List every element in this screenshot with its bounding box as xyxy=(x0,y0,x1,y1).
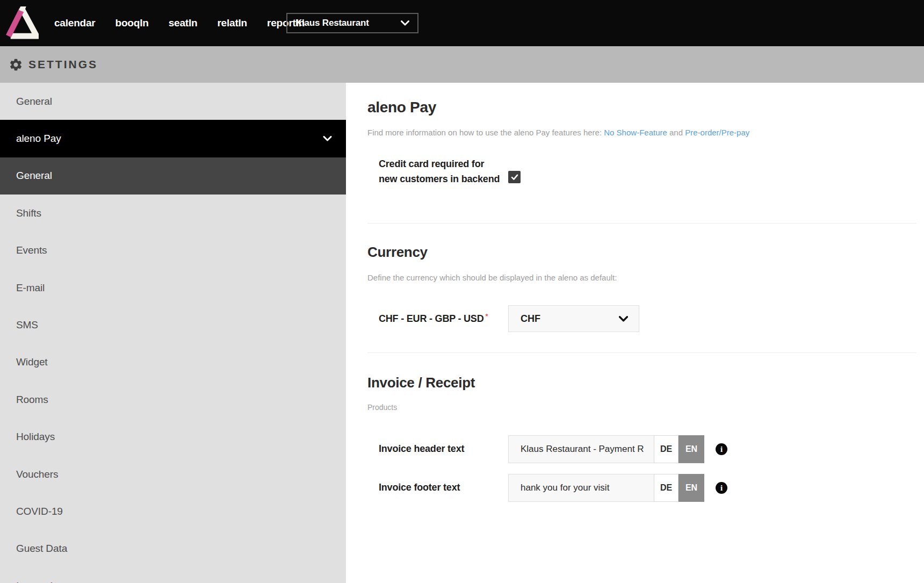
sidebar-item-events[interactable]: Events xyxy=(0,232,346,269)
invoice-header-text-label: Invoice header text xyxy=(379,443,464,455)
sidebar-item-label: Integrations xyxy=(16,580,69,583)
section-divider xyxy=(367,352,916,353)
sidebar-item-guest-data[interactable]: Guest Data xyxy=(0,530,346,567)
invoice-footer-text-label: Invoice footer text xyxy=(379,482,460,493)
restaurant-selector-value: Klaus Restaurant xyxy=(295,18,369,28)
info-text-and: and xyxy=(667,128,685,137)
required-asterisk: * xyxy=(485,312,488,320)
invoice-header-text-input[interactable]: Klaus Restaurant - Payment R xyxy=(508,435,654,463)
invoice-footer-text-input[interactable]: hank you for your visit xyxy=(508,474,654,502)
page-title: aleno Pay xyxy=(367,99,436,116)
invoice-footer-lang-de-button[interactable]: DE xyxy=(654,474,678,502)
credit-card-required-checkbox[interactable] xyxy=(508,171,521,183)
invoice-footer-info-icon[interactable]: i xyxy=(716,482,727,494)
sidebar-item-label: COVID-19 xyxy=(16,506,63,517)
sidebar-item-vouchers[interactable]: Vouchers xyxy=(0,456,346,493)
sidebar-item-widget[interactable]: Widget xyxy=(0,344,346,381)
currency-field-label: CHF - EUR - GBP - USD* xyxy=(379,312,488,325)
credit-card-required-label: Credit card required for new customers i… xyxy=(379,156,502,186)
invoice-header-lang-en-button[interactable]: EN xyxy=(678,435,704,463)
pre-order-pre-pay-link[interactable]: Pre-order/Pre-pay xyxy=(685,128,749,137)
sidebar-item-label: Events xyxy=(16,244,47,256)
sidebar-item-sms[interactable]: SMS xyxy=(0,306,346,343)
settings-title: SETTINGS xyxy=(28,58,98,71)
currency-description: Define the currency which should be disp… xyxy=(367,273,617,282)
settings-header-bar: SETTINGS xyxy=(0,46,924,83)
section-divider xyxy=(367,223,916,224)
sidebar-item-rooms[interactable]: Rooms xyxy=(0,381,346,418)
info-text-prefix: Find more information on how to use the … xyxy=(367,128,604,137)
sidebar-item-holidays[interactable]: Holidays xyxy=(0,419,346,456)
nav-item-calendar[interactable]: calendar xyxy=(54,17,96,29)
aleno-logo-icon[interactable] xyxy=(5,5,39,39)
currency-select[interactable]: CHF xyxy=(508,305,639,332)
chevron-down-icon xyxy=(401,20,409,26)
restaurant-selector[interactable]: Klaus Restaurant xyxy=(286,13,418,33)
sidebar-item-label: Widget xyxy=(16,356,48,368)
top-navbar: calendar booqIn seatIn relatIn reportIn … xyxy=(0,0,924,46)
sidebar-item-label: Rooms xyxy=(16,394,48,406)
sidebar-item-general[interactable]: General xyxy=(0,83,346,120)
no-show-feature-link[interactable]: No Show-Feature xyxy=(604,128,667,137)
settings-sidebar: General aleno Pay General Shifts Events … xyxy=(0,83,346,583)
sidebar-item-label: E-mail xyxy=(16,282,45,294)
invoice-receipt-heading: Invoice / Receipt xyxy=(367,375,475,391)
gear-icon xyxy=(9,57,23,72)
sidebar-item-shifts[interactable]: Shifts xyxy=(0,195,346,232)
nav-item-relatin[interactable]: relatIn xyxy=(217,17,247,29)
chevron-down-icon xyxy=(323,136,332,141)
sidebar-item-label: Vouchers xyxy=(16,469,58,480)
invoice-header-lang-de-button[interactable]: DE xyxy=(654,435,678,463)
sidebar-item-integrations[interactable]: Integrations xyxy=(0,567,346,583)
sidebar-item-label: Guest Data xyxy=(16,543,67,555)
products-subheading: Products xyxy=(367,403,397,412)
sidebar-item-label: aleno Pay xyxy=(16,133,61,145)
checkmark-icon xyxy=(511,174,518,181)
invoice-footer-lang-en-button[interactable]: EN xyxy=(678,474,704,502)
currency-field-label-text: CHF - EUR - GBP - USD xyxy=(379,313,483,324)
sidebar-item-label: General xyxy=(16,170,52,182)
invoice-header-info-icon[interactable]: i xyxy=(716,443,727,455)
sidebar-subitem-general[interactable]: General xyxy=(0,157,346,195)
sidebar-item-label: Holidays xyxy=(16,431,55,443)
sidebar-item-label: SMS xyxy=(16,319,38,331)
app-window: calendar booqIn seatIn relatIn reportIn … xyxy=(0,0,924,583)
chevron-down-icon xyxy=(619,316,628,322)
currency-heading: Currency xyxy=(367,244,428,261)
currency-select-value: CHF xyxy=(521,313,540,325)
nav-item-seatin[interactable]: seatIn xyxy=(169,17,198,29)
info-text: Find more information on how to use the … xyxy=(367,128,749,137)
sidebar-item-covid-19[interactable]: COVID-19 xyxy=(0,493,346,530)
sidebar-item-aleno-pay[interactable]: aleno Pay xyxy=(0,120,346,157)
settings-content: aleno Pay Find more information on how t… xyxy=(346,83,924,583)
main-navigation: calendar booqIn seatIn relatIn reportIn xyxy=(54,0,305,46)
sidebar-item-label: General xyxy=(16,96,52,107)
sidebar-item-label: Shifts xyxy=(16,207,41,219)
sidebar-item-email[interactable]: E-mail xyxy=(0,269,346,306)
nav-item-booqin[interactable]: booqIn xyxy=(116,17,149,29)
